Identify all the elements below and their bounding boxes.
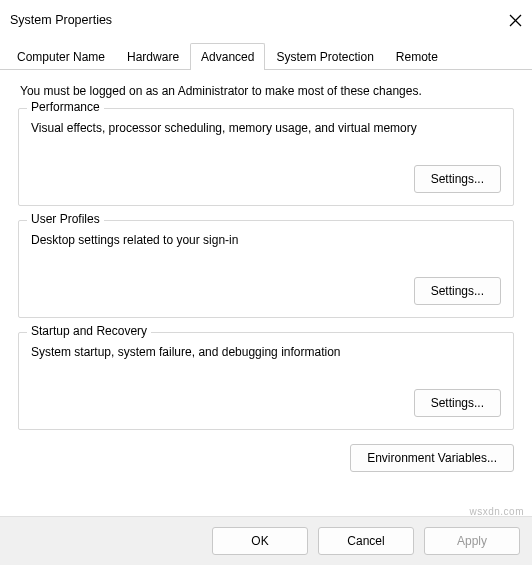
intro-text: You must be logged on as an Administrato… [20,84,514,98]
cancel-button[interactable]: Cancel [318,527,414,555]
tab-system-protection[interactable]: System Protection [265,43,384,70]
tab-computer-name[interactable]: Computer Name [6,43,116,70]
apply-button[interactable]: Apply [424,527,520,555]
startup-recovery-settings-button[interactable]: Settings... [414,389,501,417]
dialog-button-bar: OK Cancel Apply [0,516,532,565]
group-user-profiles: User Profiles Desktop settings related t… [18,220,514,318]
tab-content: You must be logged on as an Administrato… [0,70,532,480]
group-user-profiles-legend: User Profiles [27,212,104,226]
close-icon[interactable] [509,14,522,27]
titlebar: System Properties [0,0,532,36]
group-performance-desc: Visual effects, processor scheduling, me… [31,121,501,135]
group-startup-recovery-desc: System startup, system failure, and debu… [31,345,501,359]
group-performance: Performance Visual effects, processor sc… [18,108,514,206]
environment-variables-button[interactable]: Environment Variables... [350,444,514,472]
user-profiles-settings-button[interactable]: Settings... [414,277,501,305]
group-user-profiles-desc: Desktop settings related to your sign-in [31,233,501,247]
ok-button[interactable]: OK [212,527,308,555]
tab-hardware[interactable]: Hardware [116,43,190,70]
performance-settings-button[interactable]: Settings... [414,165,501,193]
group-startup-recovery: Startup and Recovery System startup, sys… [18,332,514,430]
group-performance-legend: Performance [27,100,104,114]
group-startup-recovery-legend: Startup and Recovery [27,324,151,338]
tab-advanced[interactable]: Advanced [190,43,265,70]
tab-remote[interactable]: Remote [385,43,449,70]
tab-strip: Computer Name Hardware Advanced System P… [0,42,532,70]
window-title: System Properties [10,13,112,27]
